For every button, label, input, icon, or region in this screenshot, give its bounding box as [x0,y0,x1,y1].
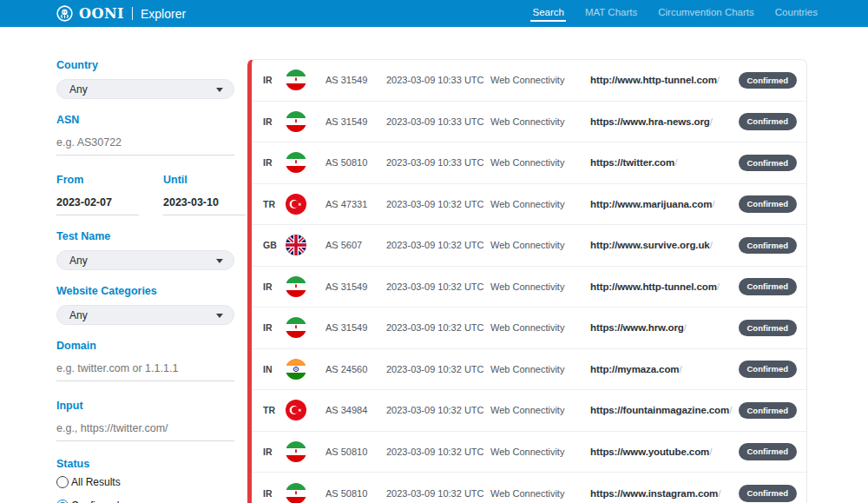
measurement-row[interactable]: GB AS 5607 2023-03-09 10:32 UTC Web Conn… [252,225,806,267]
measurement-url: http://www.http-tunnel.com/ [590,281,739,292]
radio-icon[interactable] [56,476,69,488]
country-code: IR [263,116,286,127]
measurement-url: http://www.marijuana.com/ [590,199,739,209]
asn-value: AS 50810 [326,157,386,168]
status-badge: Confirmed [739,443,798,460]
status-badge: Confirmed [739,155,798,172]
country-flag-icon [286,317,306,338]
test-name-value: Web Connectivity [490,281,590,292]
status-badge: Confirmed [739,320,798,337]
nav-search[interactable]: Search [532,3,563,23]
measurement-date: 2023-03-09 10:32 UTC [386,364,490,374]
filter-from: From [56,174,139,215]
filter-input: Input [56,400,247,441]
measurement-date: 2023-03-09 10:32 UTC [386,488,490,499]
test-name-value: Web Connectivity [490,157,590,168]
country-flag-icon [286,441,306,462]
nav-mat-charts[interactable]: MAT Charts [585,3,637,23]
measurement-row[interactable]: IR AS 31549 2023-03-09 10:33 UTC Web Con… [252,60,806,102]
measurement-row[interactable]: IR AS 50810 2023-03-09 10:32 UTC Web Con… [252,473,806,503]
test-name-select[interactable]: Any [56,250,234,270]
filter-country: Country Any [56,59,247,99]
country-code: IN [263,364,286,374]
measurement-url: https://fountainmagazine.com/ [590,405,739,415]
country-flag-icon [286,194,306,215]
country-code: TR [263,199,286,209]
filter-website-categories: Website Categories Any [56,285,247,325]
status-badge: Confirmed [739,113,798,130]
filter-until: Until [163,174,246,215]
nav-circumvention-charts[interactable]: Circumvention Charts [658,3,754,23]
measurement-date: 2023-03-09 10:32 UTC [386,447,490,457]
country-flag-icon [286,483,306,503]
website-categories-select[interactable]: Any [56,305,234,325]
measurement-date: 2023-03-09 10:32 UTC [386,405,490,415]
until-label: Until [163,174,246,186]
country-label: Country [56,59,247,71]
status-badge: Confirmed [739,485,798,502]
asn-input[interactable] [56,135,234,156]
test-name-value: Web Connectivity [490,364,590,374]
filter-status: Status All Results Confirmed [56,458,247,503]
measurement-date: 2023-03-09 10:33 UTC [386,157,490,168]
app-header: OONI Explorer Search MAT Charts Circumve… [0,0,868,27]
status-option-label: Confirmed [71,500,119,503]
results-area: IR AS 31549 2023-03-09 10:33 UTC Web Con… [247,27,807,503]
ooni-logo[interactable]: OONI Explorer [56,5,186,22]
from-label: From [56,174,139,186]
test-name-value: Web Connectivity [490,488,590,499]
country-flag-icon [286,111,306,132]
input-url-input[interactable] [56,420,234,441]
chevron-down-icon [216,88,223,92]
measurement-url: https://twitter.com/ [590,157,739,168]
nav-countries[interactable]: Countries [775,3,818,23]
asn-value: AS 50810 [326,447,386,457]
measurement-row[interactable]: IR AS 31549 2023-03-09 10:33 UTC Web Con… [252,102,806,143]
until-date-input[interactable] [163,195,246,215]
measurement-row[interactable]: IR AS 31549 2023-03-09 10:32 UTC Web Con… [252,308,806,349]
logo-divider [132,7,133,20]
results-list: IR AS 31549 2023-03-09 10:33 UTC Web Con… [247,59,807,503]
test-name-select-value: Any [69,255,88,267]
measurement-row[interactable]: IR AS 50810 2023-03-09 10:32 UTC Web Con… [252,432,806,473]
radio-icon[interactable] [56,500,69,503]
test-name-value: Web Connectivity [490,199,590,209]
filter-dates: From Until [56,174,247,230]
measurement-date: 2023-03-09 10:32 UTC [386,240,490,250]
ooni-octopus-icon [56,5,73,22]
country-flag-icon [286,69,306,90]
logo-brand-text: OONI [79,5,124,22]
measurement-date: 2023-03-09 10:32 UTC [386,281,490,292]
main-nav: Search MAT Charts Circumvention Charts C… [532,3,818,23]
country-select[interactable]: Any [56,79,234,99]
from-date-input[interactable] [56,195,139,215]
domain-input[interactable] [56,361,234,381]
website-categories-label: Website Categories [56,285,247,297]
measurement-url: http://www.http-tunnel.com/ [590,75,739,85]
filter-domain: Domain [56,340,247,381]
status-badge: Confirmed [739,195,798,213]
country-code: TR [263,405,286,415]
asn-value: AS 24560 [326,364,386,374]
measurement-row[interactable]: IR AS 50810 2023-03-09 10:33 UTC Web Con… [252,142,806,184]
status-option-label: All Results [71,476,121,488]
measurement-row[interactable]: TR AS 47331 2023-03-09 10:32 UTC Web Con… [252,184,806,226]
asn-label: ASN [56,114,247,126]
website-categories-select-value: Any [69,309,88,321]
country-flag-icon [286,235,306,255]
filter-test-name: Test Name Any [56,230,247,270]
filter-sidebar: Country Any ASN From Until Test Name Any [56,27,247,503]
asn-value: AS 47331 [326,199,386,209]
measurement-date: 2023-03-09 10:33 UTC [386,75,490,85]
status-option-confirmed[interactable]: Confirmed [56,500,247,503]
chevron-down-icon [216,259,223,263]
measurement-row[interactable]: TR AS 34984 2023-03-09 10:32 UTC Web Con… [252,390,806,432]
status-badge: Confirmed [739,237,798,255]
asn-value: AS 31549 [326,322,386,333]
country-flag-icon [286,152,306,173]
status-option-all-results[interactable]: All Results [56,476,247,488]
measurement-row[interactable]: IN AS 24560 2023-03-09 10:32 UTC Web Con… [252,349,806,391]
measurement-row[interactable]: IR AS 31549 2023-03-09 10:32 UTC Web Con… [252,267,806,308]
asn-value: AS 31549 [326,75,386,85]
domain-label: Domain [56,340,247,352]
